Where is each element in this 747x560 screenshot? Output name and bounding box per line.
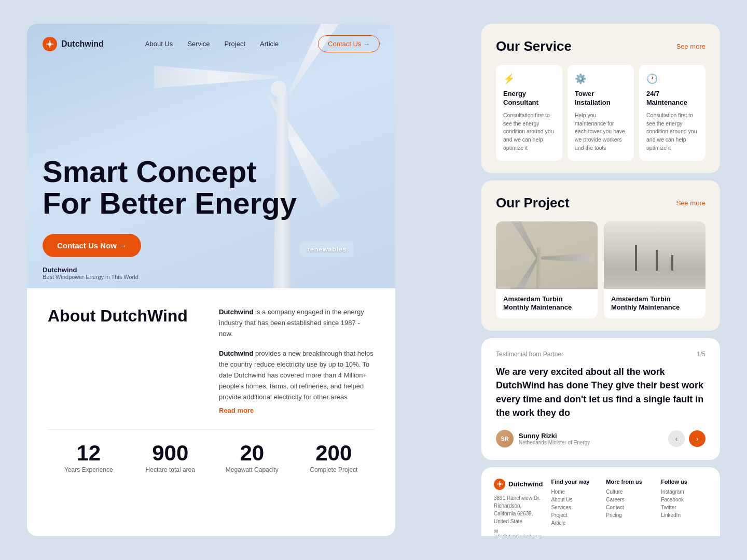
project-1-info: Amsterdam Turbin Monthly Maintenance [496,289,598,319]
hero-card: renewables Dutchwind About Us Serv [27,24,395,288]
about-brand-1: Dutchwind [219,308,253,316]
service-2-name: 24/7 Maintenance [646,90,698,107]
hero-footer-tagline: Best Windpower Energy in This World [43,274,139,280]
project-title: Our Project [496,195,570,211]
right-panel: Our Service See more ⚡ Energy Consultant… [481,24,720,536]
hero-title-line2: For Better Energy [43,186,297,220]
left-panel: renewables Dutchwind About Us Serv [27,24,395,536]
project-2-image [604,221,706,289]
footer-link-about[interactable]: About Us [551,497,598,502]
hero-content: Smart Concept For Better Energy Contact … [43,156,297,257]
author-avatar: SR [496,430,514,447]
service-maintenance: 🕐 24/7 Maintenance Consultation first to… [639,65,706,161]
hero-nav: Dutchwind About Us Service Project Artic… [27,24,395,64]
nav-article[interactable]: Article [260,40,279,48]
stat-projects-number: 200 [293,442,375,464]
project-1-name: Amsterdam Turbin Monthly Maintenance [503,295,590,313]
service-tower-installation: ⚙️ Tower Installation Help you maintenan… [568,65,634,161]
footer-link-instagram[interactable]: Instagram [661,489,708,495]
footer-link-twitter[interactable]: Twitter [661,505,708,510]
logo: Dutchwind [43,37,104,51]
project-see-more[interactable]: See more [676,199,706,207]
testimonial-next-button[interactable]: › [689,430,706,447]
footer-link-project[interactable]: Project [551,512,598,518]
stat-years: 12 Years Experience [48,442,130,473]
about-brand-2: Dutchwind [219,349,253,357]
stat-years-label: Years Experience [48,466,130,473]
turbine-blade-3 [154,63,279,89]
stat-hectare: 900 Hectare total area [130,442,212,473]
turbine-hub [271,81,286,96]
tower-icon: ⚙️ [575,73,627,85]
footer-link-home[interactable]: Home [551,489,598,495]
services-see-more[interactable]: See more [676,43,706,50]
service-1-desc: Help you maintenance for each tower you … [575,111,627,152]
footer-brand-col: Dutchwind 3891 Ranchview Dr. Richardson,… [494,479,543,536]
proj2-water [604,271,706,289]
footer-brand-name: Dutchwind [508,480,543,488]
about-divider [48,429,375,430]
footer-card: Dutchwind 3891 Ranchview Dr. Richardson,… [481,467,720,536]
service-energy-consultant: ⚡ Energy Consultant Consultation first t… [496,65,562,161]
about-para1: Dutchwind is a company engaged in the en… [219,307,375,339]
service-0-name: Energy Consultant [503,90,555,107]
project-2-info: Amsterdam Turbin Monthly Maintenance [604,289,706,319]
footer-link-careers[interactable]: Careers [606,497,653,502]
stat-megawatt-number: 20 [211,442,293,464]
proj2-turbine-2 [656,250,658,273]
stats-row: 12 Years Experience 900 Hectare total ar… [48,442,375,473]
stat-projects-label: Complete Project [293,466,375,473]
footer-link-facebook[interactable]: Facebook [661,497,708,502]
hero-footer-brand-name: Dutchwind [43,266,139,274]
logo-text: Dutchwind [61,39,104,49]
nav-about[interactable]: About Us [145,40,173,48]
service-1-name: Tower Installation [575,90,627,107]
footer-find-way-col: Find your way Home About Us Services Pro… [551,479,598,536]
services-card: Our Service See more ⚡ Energy Consultant… [481,24,720,173]
testimonial-label: Testimonial from Partner [496,351,563,358]
service-2-desc: Consultation first to see the energy con… [646,111,698,152]
service-0-desc: Consultation first to see the energy con… [503,111,555,152]
proj-tower-1 [536,247,542,289]
nav-contact-button[interactable]: Contact Us → [318,35,380,52]
testimonial-nav: ‹ › [668,430,706,447]
testimonial-header: Testimonial from Partner 1/5 [496,351,706,358]
stat-megawatt: 20 Megawatt Capacity [211,442,293,473]
services-grid: ⚡ Energy Consultant Consultation first t… [496,65,706,161]
about-para2: Dutchwind provides a new breakthrough th… [219,348,375,402]
project-header: Our Project See more [496,195,706,211]
proj2-turbine-1 [635,245,637,273]
footer-link-services[interactable]: Services [551,505,598,510]
footer-link-culture[interactable]: Culture [606,489,653,495]
stat-megawatt-label: Megawatt Capacity [211,466,293,473]
about-title: About DutchWind [48,307,203,415]
footer-link-linkedin[interactable]: LinkedIn [661,512,708,518]
logo-icon [43,37,57,51]
footer-link-pricing[interactable]: Pricing [606,512,653,518]
nav-project[interactable]: Project [225,40,245,48]
nav-service[interactable]: Service [187,40,210,48]
services-header: Our Service See more [496,38,706,54]
project-2-name: Amsterdam Turbin Monthly Maintenance [611,295,698,313]
contact-us-now-button[interactable]: Contact Us Now → [43,234,141,257]
project-item-1: Amsterdam Turbin Monthly Maintenance [496,221,598,319]
footer-link-contact[interactable]: Contact [606,505,653,510]
stat-years-number: 12 [48,442,130,464]
hero-title: Smart Concept For Better Energy [43,156,297,219]
hero-footer-brand: Dutchwind Best Windpower Energy in This … [43,266,139,280]
author-info: Sunny Rizki Netherlands Minister of Ener… [519,432,590,445]
testimonial-prev-button[interactable]: ‹ [668,430,685,447]
stat-hectare-label: Hectare total area [130,466,212,473]
testimonial-card: Testimonial from Partner 1/5 We are very… [481,338,720,459]
testimonial-author: SR Sunny Rizki Netherlands Minister of E… [496,430,706,447]
footer-more-col: More from us Culture Careers Contact Pri… [606,479,653,536]
read-more-link[interactable]: Read more [219,407,254,414]
services-title: Our Service [496,38,572,54]
footer-logo: Dutchwind [494,479,543,490]
project-1-image [496,221,598,289]
footer-email[interactable]: ✉ info@dutchwind.com [494,528,543,536]
footer-link-article[interactable]: Article [551,520,598,526]
footer-address: 3891 Ranchview Dr. Richardson, Californi… [494,494,543,525]
about-grid: About DutchWind Dutchwind is a company e… [48,307,375,415]
author-name: Sunny Rizki [519,432,590,440]
